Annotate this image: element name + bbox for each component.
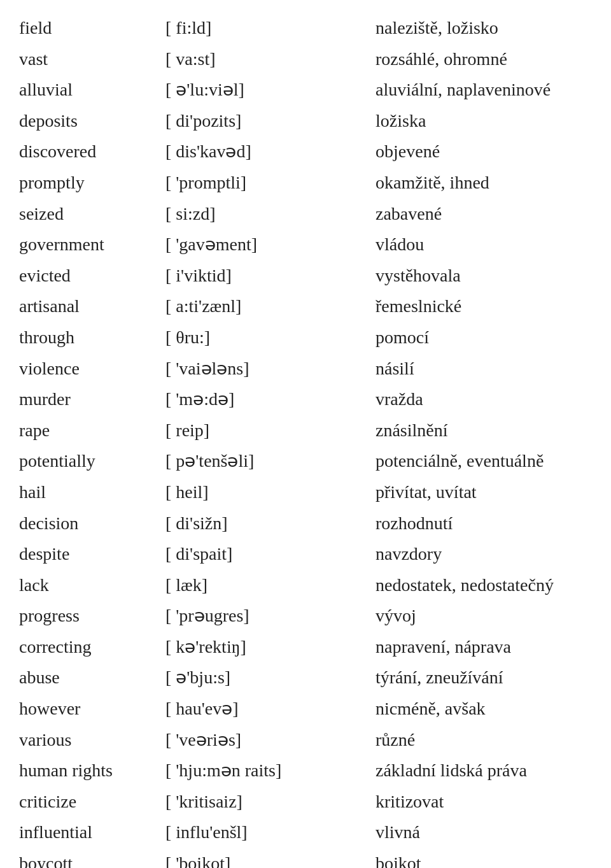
word-cell: violence [15,353,162,385]
table-row: decision[ di'sižn]rozhodnutí [15,508,596,539]
translation-cell: bojkot [372,848,596,868]
word-cell: decision [15,508,162,539]
word-cell: human rights [15,755,162,786]
translation-cell: objevené [372,136,596,167]
word-cell: seized [15,199,162,230]
table-row: deposits[ di'pozits]ložiska [15,106,596,137]
phonetic-cell: [ 'gavəment] [162,229,372,260]
table-row: artisanal[ a:ti'zænl]řemeslnické [15,291,596,322]
phonetic-cell: [ 'mə:də] [162,384,372,415]
translation-cell: pomocí [372,322,596,353]
vocabulary-table: field[ fi:ld]naleziště, ložiskovast[ va:… [15,13,596,868]
table-row: potentially[ pə'tenšəli]potenciálně, eve… [15,446,596,477]
phonetic-cell: [ i'viktid] [162,260,372,292]
word-cell: lack [15,570,162,601]
translation-cell: různé [372,725,596,756]
word-cell: murder [15,384,162,415]
translation-cell: řemeslnické [372,291,596,322]
word-cell: evicted [15,260,162,292]
translation-cell: přivítat, uvítat [372,477,596,508]
table-row: however[ hau'evə]nicméně, avšak [15,694,596,725]
phonetic-cell: [ di'spait] [162,539,372,570]
word-cell: abuse [15,662,162,694]
translation-cell: násilí [372,353,596,385]
table-row: human rights[ 'hju:mən raits]základní li… [15,755,596,786]
table-row: violence[ 'vaiələns]násilí [15,353,596,385]
phonetic-cell: [ si:zd] [162,199,372,230]
table-row: government[ 'gavəment]vládou [15,229,596,260]
word-cell: rape [15,415,162,446]
phonetic-cell: [ 'boikot] [162,848,372,868]
translation-cell: vlivná [372,817,596,848]
word-cell: potentially [15,446,162,477]
translation-cell: vládou [372,229,596,260]
phonetic-cell: [ ə'bju:s] [162,662,372,694]
table-row: hail[ heil]přivítat, uvítat [15,477,596,508]
word-cell: vast [15,44,162,75]
word-cell: however [15,694,162,725]
translation-cell: naleziště, ložisko [372,13,596,44]
phonetic-cell: [ influ'enšl] [162,817,372,848]
table-row: discovered[ dis'kavəd]objevené [15,136,596,167]
table-row: despite[ di'spait]navzdory [15,539,596,570]
table-row: lack[ læk]nedostatek, nedostatečný [15,570,596,601]
phonetic-cell: [ di'sižn] [162,508,372,539]
translation-cell: rozsáhlé, ohromné [372,44,596,75]
table-row: rape[ reip]znásilnění [15,415,596,446]
phonetic-cell: [ 'hju:mən raits] [162,755,372,786]
phonetic-cell: [ læk] [162,570,372,601]
table-row: criticize[ 'kritisaiz]kritizovat [15,786,596,818]
phonetic-cell: [ 'promptli] [162,167,372,199]
table-row: boycott[ 'boikot]bojkot [15,848,596,868]
table-row: correcting[ kə'rektiŋ]napravení, náprava [15,632,596,663]
table-row: murder[ 'mə:də]vražda [15,384,596,415]
table-row: evicted[ i'viktid]vystěhovala [15,260,596,292]
phonetic-cell: [ 'kritisaiz] [162,786,372,818]
translation-cell: ložiska [372,106,596,137]
word-cell: field [15,13,162,44]
table-row: abuse[ ə'bju:s]týrání, zneužívání [15,662,596,694]
word-cell: promptly [15,167,162,199]
word-cell: deposits [15,106,162,137]
translation-cell: okamžitě, ihned [372,167,596,199]
table-row: influential[ influ'enšl]vlivná [15,817,596,848]
table-row: promptly[ 'promptli]okamžitě, ihned [15,167,596,199]
translation-cell: týrání, zneužívání [372,662,596,694]
phonetic-cell: [ ə'lu:viəl] [162,75,372,106]
phonetic-cell: [ pə'tenšəli] [162,446,372,477]
table-row: vast[ va:st]rozsáhlé, ohromné [15,44,596,75]
phonetic-cell: [ hau'evə] [162,694,372,725]
table-row: through[ θru:]pomocí [15,322,596,353]
word-cell: alluvial [15,75,162,106]
phonetic-cell: [ heil] [162,477,372,508]
translation-cell: navzdory [372,539,596,570]
phonetic-cell: [ a:ti'zænl] [162,291,372,322]
translation-cell: znásilnění [372,415,596,446]
table-row: field[ fi:ld]naleziště, ložisko [15,13,596,44]
phonetic-cell: [ 'prəugres] [162,601,372,632]
translation-cell: vývoj [372,601,596,632]
phonetic-cell: [ reip] [162,415,372,446]
translation-cell: nedostatek, nedostatečný [372,570,596,601]
word-cell: government [15,229,162,260]
word-cell: progress [15,601,162,632]
translation-cell: rozhodnutí [372,508,596,539]
translation-cell: vystěhovala [372,260,596,292]
word-cell: artisanal [15,291,162,322]
translation-cell: aluviální, naplaveninové [372,75,596,106]
word-cell: despite [15,539,162,570]
translation-cell: potenciálně, eventuálně [372,446,596,477]
phonetic-cell: [ dis'kavəd] [162,136,372,167]
word-cell: hail [15,477,162,508]
word-cell: criticize [15,786,162,818]
phonetic-cell: [ 'veəriəs] [162,725,372,756]
table-row: alluvial[ ə'lu:viəl]aluviální, naplaveni… [15,75,596,106]
translation-cell: kritizovat [372,786,596,818]
translation-cell: nicméně, avšak [372,694,596,725]
word-cell: boycott [15,848,162,868]
translation-cell: základní lidská práva [372,755,596,786]
phonetic-cell: [ fi:ld] [162,13,372,44]
word-cell: discovered [15,136,162,167]
translation-cell: napravení, náprava [372,632,596,663]
translation-cell: zabavené [372,199,596,230]
